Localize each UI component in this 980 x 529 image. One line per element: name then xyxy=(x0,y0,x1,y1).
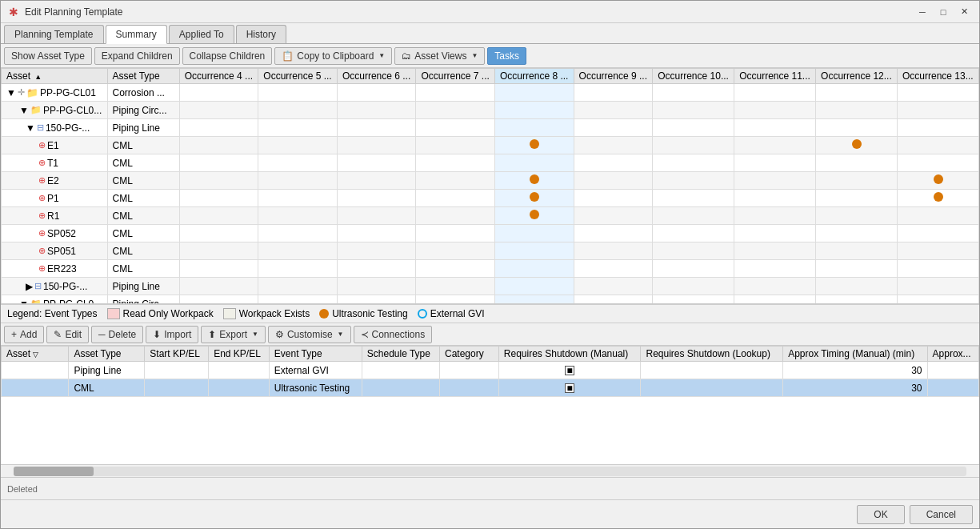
row-expand-icon[interactable]: ▶ xyxy=(26,281,33,292)
table-row[interactable]: ▼ ✛ 📁 PP-PG-CL01 Corrosion ... xyxy=(2,84,979,102)
customise-button[interactable]: ⚙ Customise ▼ xyxy=(268,326,351,343)
col-header-start-kp: Start KP/EL xyxy=(145,347,209,362)
col-header-occ10: Occurrence 10... xyxy=(653,69,734,84)
minimize-button[interactable]: ─ xyxy=(914,5,931,19)
asset-views-button[interactable]: 🗂 Asset Views ▼ xyxy=(394,47,485,65)
copy-dropdown-arrow: ▼ xyxy=(378,52,385,59)
dot-occ8-p1 xyxy=(530,192,539,202)
collapse-children-button[interactable]: Collapse Children xyxy=(182,47,273,65)
table-row[interactable]: ⊕ R1 CML xyxy=(2,207,979,225)
shutdown-manual-checkbox-2[interactable]: ■ xyxy=(565,383,574,393)
close-button[interactable]: ✕ xyxy=(955,5,973,19)
delete-icon: ─ xyxy=(98,329,106,340)
tasks-button[interactable]: Tasks xyxy=(487,47,526,65)
edit-icon: ✎ xyxy=(54,329,62,340)
table-row[interactable]: ▶ ⊟ 150-PG-... Piping Line xyxy=(2,278,979,295)
dot-occ12-e1 xyxy=(852,139,862,149)
col-header-occ7: Occurrence 7 ... xyxy=(416,69,495,84)
asset-cell: ⊕ R1 xyxy=(2,207,108,225)
pipe-icon: ⊟ xyxy=(34,281,42,291)
customise-icon: ⚙ xyxy=(275,329,284,340)
filter-icon: ▽ xyxy=(33,351,38,359)
add-label: Add xyxy=(20,329,37,340)
bottom-grid-area: Asset ▽ Asset Type Start KP/EL End KP/EL… xyxy=(1,346,979,464)
table-row[interactable]: ▼ ⊟ 150-PG-... Piping Line xyxy=(2,119,979,137)
show-asset-type-label: Show Asset Type xyxy=(11,50,85,62)
table-row[interactable]: ⊕ E1 CML xyxy=(2,137,979,154)
folder-icon: 📁 xyxy=(26,87,38,98)
col-header-event-type: Event Type xyxy=(269,347,362,362)
col-header-req-shutdown-manual: Requires Shutdown (Manual) xyxy=(498,347,641,362)
cml-icon: ⊕ xyxy=(38,175,46,186)
table-row[interactable]: ⊕ SP051 CML xyxy=(2,242,979,260)
expand-children-button[interactable]: Expand Children xyxy=(94,47,180,65)
asset-cell: ▼ ✛ 📁 PP-PG-CL01 xyxy=(2,84,108,102)
bottom-approx-cell xyxy=(927,379,978,397)
col-header-approx-timing: Approx Timing (Manual) (min) xyxy=(783,347,927,362)
bottom-approx-cell xyxy=(927,362,978,379)
asset-cell: ▼ 📁 PP-PG-CL0... xyxy=(2,102,108,119)
col-header-asset-type: Asset Type xyxy=(107,69,179,84)
connections-button[interactable]: ≺ Connections xyxy=(354,326,433,343)
asset-cell: ⊕ ER223 xyxy=(2,260,108,278)
row-expand-icon[interactable]: ▼ xyxy=(19,299,29,304)
row-expand-icon[interactable]: ▼ xyxy=(19,105,29,116)
table-row[interactable]: ⊕ ER223 CML xyxy=(2,260,979,278)
asset-views-dropdown-arrow: ▼ xyxy=(471,52,478,59)
asset-cell: ⊕ SP052 xyxy=(2,225,108,242)
asset-cell: ▼ 📁 PP-PG-CL0... xyxy=(2,295,108,304)
hscroll-thumb[interactable] xyxy=(14,467,94,476)
col-header-occ4: Occurrence 4 ... xyxy=(179,69,258,84)
cml-icon: ⊕ xyxy=(38,246,46,256)
legend-title: Legend: Event Types xyxy=(7,308,98,319)
tab-history[interactable]: History xyxy=(236,25,286,43)
table-row[interactable]: ⊕ P1 CML xyxy=(2,190,979,207)
folder-icon: 📁 xyxy=(30,105,42,115)
show-asset-type-button[interactable]: Show Asset Type xyxy=(4,47,92,65)
table-row[interactable]: ▼ 📁 PP-PG-CL0... Piping Circ... xyxy=(2,102,979,119)
pipe-icon: ⊟ xyxy=(37,122,44,133)
bottom-event-type-cell: Ultrasonic Testing xyxy=(269,379,362,397)
cml-icon: ⊕ xyxy=(38,158,46,168)
window-title: Edit Planning Template xyxy=(25,6,914,18)
table-row[interactable]: ⊕ T1 CML xyxy=(2,154,979,172)
tab-planning-template[interactable]: Planning Template xyxy=(4,25,104,43)
row-collapse-icon[interactable]: ▼ xyxy=(6,87,16,98)
delete-label: Delete xyxy=(109,329,137,340)
maximize-button[interactable]: □ xyxy=(934,5,952,19)
bottom-req-shutdown-manual-cell: ■ xyxy=(498,379,641,397)
copy-to-clipboard-button[interactable]: 📋 Copy to Clipboard ▼ xyxy=(274,47,392,65)
add-icon: + xyxy=(11,329,17,340)
import-label: Import xyxy=(164,329,191,340)
bottom-start-kp-cell xyxy=(145,379,209,397)
import-button[interactable]: ⬇ Import xyxy=(146,326,198,343)
hscroll-track xyxy=(14,467,966,476)
top-grid-scroll[interactable]: Asset ▲ Asset Type Occurrence 4 ... Occu… xyxy=(1,68,979,303)
table-row[interactable]: ⊕ E2 CML xyxy=(2,172,979,190)
delete-button[interactable]: ─ Delete xyxy=(91,326,143,343)
table-row[interactable]: ⊕ SP052 CML xyxy=(2,225,979,242)
row-expand-icon[interactable]: ▼ xyxy=(26,122,35,134)
top-grid: Asset ▲ Asset Type Occurrence 4 ... Occu… xyxy=(1,68,979,303)
table-row[interactable]: ▼ 📁 PP-PG-CL0... Piping Circ... xyxy=(2,295,979,304)
export-button[interactable]: ⬆ Export ▼ xyxy=(201,326,266,343)
customise-dropdown-arrow: ▼ xyxy=(338,331,344,338)
tab-summary[interactable]: Summary xyxy=(106,25,167,44)
cancel-button[interactable]: Cancel xyxy=(910,505,973,524)
asset-cell: ⊕ E1 xyxy=(2,137,108,154)
edit-button[interactable]: ✎ Edit xyxy=(46,326,89,343)
ok-button[interactable]: OK xyxy=(857,505,904,524)
shutdown-manual-checkbox[interactable]: ■ xyxy=(565,366,574,375)
legend-pink-box xyxy=(107,308,120,319)
hscroll-bar[interactable] xyxy=(1,464,979,477)
bottom-table-row[interactable]: CML Ultrasonic Testing ■ 30 xyxy=(2,379,979,397)
add-button[interactable]: + Add xyxy=(4,326,44,343)
export-dropdown-arrow: ▼ xyxy=(252,331,258,338)
main-area: Asset ▲ Asset Type Occurrence 4 ... Occu… xyxy=(1,68,979,499)
edit-label: Edit xyxy=(65,329,82,340)
tab-applied-to[interactable]: Applied To xyxy=(169,25,234,43)
legend-orange-dot xyxy=(319,309,329,319)
bottom-table-row[interactable]: Piping Line External GVI ■ 30 xyxy=(2,362,979,379)
bottom-asset-type-cell: CML xyxy=(69,379,145,397)
title-bar-controls: ─ □ ✕ xyxy=(914,5,973,19)
